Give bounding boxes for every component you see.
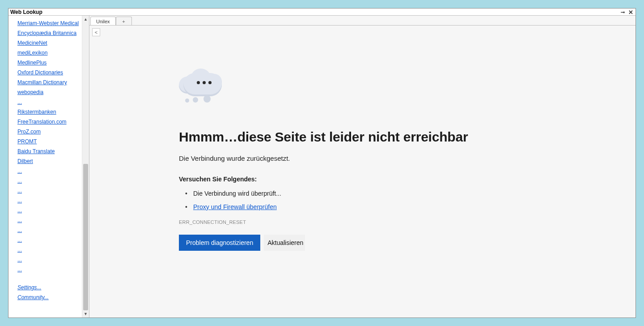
sidebar-item[interactable]: ...: [17, 197, 82, 205]
sidebar: Merriam-Webster Medical Encyclopædia Bri…: [8, 16, 89, 317]
sidebar-item[interactable]: ...: [17, 246, 82, 254]
sidebar-item[interactable]: PROMT: [17, 137, 82, 146]
tab-new[interactable]: +: [116, 17, 132, 26]
sidebar-item[interactable]: ...: [17, 187, 82, 195]
sidebar-item[interactable]: Oxford Dictionaries: [17, 69, 82, 77]
panel-title: Web Lookup: [10, 9, 42, 15]
sidebar-item[interactable]: ...: [17, 236, 82, 244]
sidebar-item[interactable]: ...: [17, 167, 82, 175]
sidebar-item[interactable]: MedicineNet: [17, 39, 82, 47]
browser-viewport: < Hmmm…diese Seite ist leider nicht erre…: [89, 25, 636, 317]
sidebar-item[interactable]: ...: [17, 256, 82, 264]
error-code: ERR_CONNECTION_RESET: [179, 219, 636, 225]
error-button-row: Problem diagnostizieren Aktualisieren: [179, 235, 636, 251]
error-heading: Hmmm…diese Seite ist leider nicht erreic…: [179, 129, 636, 145]
sidebar-community-link[interactable]: Community...: [17, 293, 82, 301]
error-page: Hmmm…diese Seite ist leider nicht erreic…: [89, 26, 636, 317]
error-suggestion: Die Verbindung wird überprüft...: [185, 190, 636, 197]
error-suggestions: Die Verbindung wird überprüft... Proxy u…: [185, 190, 636, 210]
error-try-heading: Versuchen Sie Folgendes:: [179, 176, 636, 183]
titlebar-controls: ⊸ ✕: [619, 9, 634, 15]
close-icon[interactable]: ✕: [627, 9, 634, 15]
sidebar-item[interactable]: ...: [17, 216, 82, 224]
sidebar-item[interactable]: mediLexikon: [17, 49, 82, 57]
sidebar-item[interactable]: Rikstermbanken: [17, 108, 82, 116]
scroll-up-icon[interactable]: ▲: [82, 16, 89, 23]
sidebar-item[interactable]: Baidu Translate: [17, 147, 82, 155]
web-lookup-panel: Web Lookup ⊸ ✕ Merriam-Webster Medical E…: [8, 8, 636, 318]
sidebar-item[interactable]: ...: [17, 98, 82, 106]
sidebar-item[interactable]: ProZ.com: [17, 128, 82, 136]
sidebar-item[interactable]: Merriam-Webster Medical: [17, 19, 82, 27]
sidebar-list: Merriam-Webster Medical Encyclopædia Bri…: [8, 16, 82, 317]
sidebar-item[interactable]: ...: [17, 177, 82, 185]
sidebar-item[interactable]: Dilbert: [17, 157, 82, 165]
refresh-button[interactable]: Aktualisieren: [264, 235, 305, 251]
tabbar: Unilex +: [89, 16, 636, 26]
tab-unilex[interactable]: Unilex: [90, 17, 116, 26]
sidebar-item[interactable]: Macmillan Dictionary: [17, 78, 82, 86]
sidebar-scrollbar[interactable]: ▲ ▼: [82, 16, 89, 317]
sidebar-item[interactable]: MedlinePlus: [17, 59, 82, 67]
sidebar-item[interactable]: ...: [17, 226, 82, 234]
error-subtext: Die Verbindung wurde zurückgesetzt.: [179, 154, 636, 162]
pin-icon[interactable]: ⊸: [619, 10, 626, 15]
titlebar: Web Lookup ⊸ ✕: [8, 9, 636, 16]
scroll-thumb[interactable]: [83, 164, 88, 310]
scroll-track[interactable]: [82, 23, 89, 310]
panel-body: Merriam-Webster Medical Encyclopædia Bri…: [8, 16, 636, 317]
sidebar-item[interactable]: ...: [17, 266, 82, 274]
sidebar-item[interactable]: ...: [17, 206, 82, 214]
proxy-firewall-link[interactable]: Proxy und Firewall überprüfen: [193, 203, 277, 210]
diagnose-button[interactable]: Problem diagnostizieren: [179, 235, 260, 251]
content-area: Unilex + < Hmmm…diese Seite ist leider n…: [89, 16, 636, 317]
error-suggestion: Proxy und Firewall überprüfen: [185, 203, 636, 210]
cloud-offline-icon: [179, 70, 228, 106]
sidebar-item[interactable]: Encyclopædia Britannica: [17, 29, 82, 37]
sidebar-item[interactable]: webopedia: [17, 88, 82, 96]
sidebar-item[interactable]: FreeTranslation.com: [17, 118, 82, 126]
sidebar-settings-link[interactable]: Settings...: [17, 283, 82, 292]
scroll-down-icon[interactable]: ▼: [82, 310, 89, 317]
